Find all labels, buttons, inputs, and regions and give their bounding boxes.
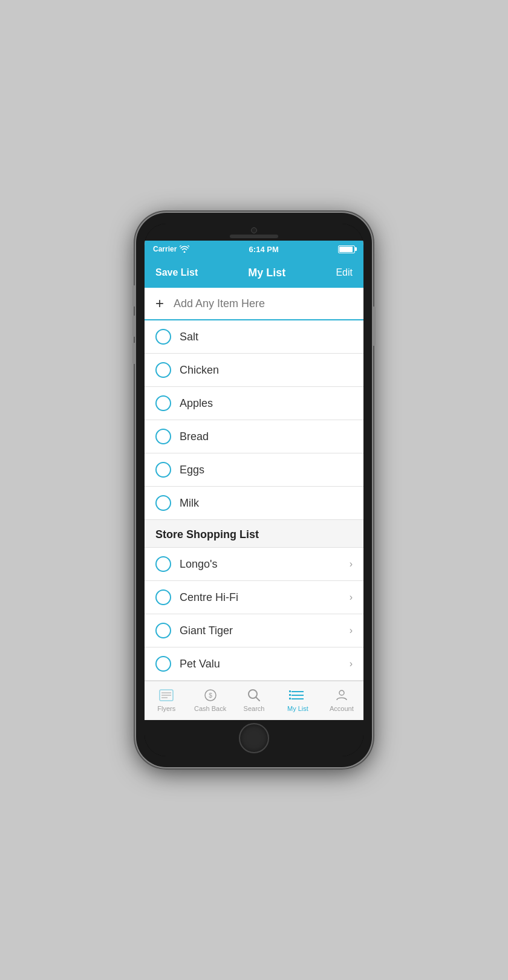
home-button[interactable]	[239, 723, 269, 753]
save-list-button[interactable]: Save List	[155, 267, 198, 278]
list-item[interactable]: Salt	[145, 320, 363, 354]
nav-bar: Save List My List Edit	[145, 258, 363, 288]
add-icon: +	[155, 296, 164, 311]
page-title: My List	[248, 267, 285, 279]
mylist-icon	[289, 688, 306, 703]
item-checkbox[interactable]	[155, 495, 171, 511]
tab-label-flyers: Flyers	[157, 705, 175, 712]
store-label: Centre Hi-Fi	[180, 591, 350, 604]
item-checkbox[interactable]	[155, 462, 171, 478]
status-bar: Carrier 6:14 PM	[145, 241, 363, 258]
tab-flyers[interactable]: Flyers	[145, 688, 188, 712]
item-label: Salt	[180, 331, 198, 343]
item-checkbox[interactable]	[155, 329, 171, 345]
store-label: Pet Valu	[180, 658, 350, 670]
tab-label-search: Search	[244, 705, 265, 712]
svg-rect-13	[289, 698, 291, 699]
phone-device: Carrier 6:14 PM	[136, 213, 372, 767]
search-icon	[246, 688, 262, 703]
svg-rect-12	[289, 694, 291, 696]
tab-label-cashback: Cash Back	[194, 705, 226, 712]
chevron-icon: ›	[350, 625, 353, 636]
tab-account[interactable]: Account	[320, 688, 363, 712]
list-item[interactable]: Bread	[145, 420, 363, 453]
add-item-input[interactable]	[174, 297, 353, 310]
tab-bar: Flyers $ Cash Back Search My List Accoun…	[145, 681, 363, 720]
store-label: Giant Tiger	[180, 625, 350, 637]
tab-label-account: Account	[330, 705, 354, 712]
carrier-label: Carrier	[153, 245, 189, 253]
tab-search[interactable]: Search	[232, 688, 276, 712]
list-item[interactable]: Chicken	[145, 354, 363, 387]
store-items-container: Longo's › Centre Hi-Fi › Giant Tiger › P…	[145, 548, 363, 681]
cashback-icon: $	[202, 688, 219, 703]
svg-text:$: $	[209, 692, 212, 699]
add-item-row[interactable]: +	[145, 288, 363, 320]
list-item[interactable]: Apples	[145, 387, 363, 420]
svg-point-14	[339, 690, 344, 695]
phone-bottom	[145, 720, 363, 756]
phone-screen: Carrier 6:14 PM	[145, 224, 363, 756]
item-checkbox[interactable]	[155, 429, 171, 444]
account-icon	[333, 688, 350, 703]
svg-rect-11	[289, 690, 291, 692]
phone-camera	[251, 227, 257, 233]
app-screen: Carrier 6:14 PM	[145, 241, 363, 720]
edit-button[interactable]: Edit	[336, 267, 353, 278]
store-item[interactable]: Centre Hi-Fi ›	[145, 581, 363, 614]
item-label: Apples	[180, 397, 213, 410]
item-checkbox[interactable]	[155, 395, 171, 411]
list-items-container: Salt Chicken Apples Bread Eggs Milk	[145, 320, 363, 520]
tab-label-mylist: My List	[287, 705, 308, 712]
list-item[interactable]: Eggs	[145, 453, 363, 487]
list-item[interactable]: Milk	[145, 487, 363, 520]
battery-icon	[338, 245, 355, 253]
store-section-title: Store Shopping List	[155, 528, 353, 541]
phone-speaker	[230, 235, 278, 238]
flyers-icon	[158, 688, 175, 703]
tab-cashback[interactable]: $ Cash Back	[188, 688, 232, 712]
tab-mylist[interactable]: My List	[276, 688, 319, 712]
item-label: Milk	[180, 497, 199, 510]
wifi-icon	[180, 245, 189, 253]
store-item[interactable]: Pet Valu ›	[145, 647, 363, 681]
chevron-icon: ›	[350, 559, 353, 570]
store-checkbox[interactable]	[155, 556, 171, 572]
store-label: Longo's	[180, 558, 350, 571]
store-checkbox[interactable]	[155, 623, 171, 638]
store-item[interactable]: Longo's ›	[145, 548, 363, 581]
phone-top-bar	[145, 224, 363, 241]
status-time: 6:14 PM	[249, 245, 279, 254]
store-checkbox[interactable]	[155, 656, 171, 672]
store-section-header: Store Shopping List	[145, 520, 363, 548]
item-label: Eggs	[180, 464, 204, 476]
store-checkbox[interactable]	[155, 589, 171, 605]
store-item[interactable]: Giant Tiger ›	[145, 614, 363, 647]
item-checkbox[interactable]	[155, 362, 171, 378]
item-label: Bread	[180, 430, 209, 443]
item-label: Chicken	[180, 364, 219, 377]
svg-line-7	[256, 698, 260, 701]
chevron-icon: ›	[350, 658, 353, 669]
chevron-icon: ›	[350, 592, 353, 603]
